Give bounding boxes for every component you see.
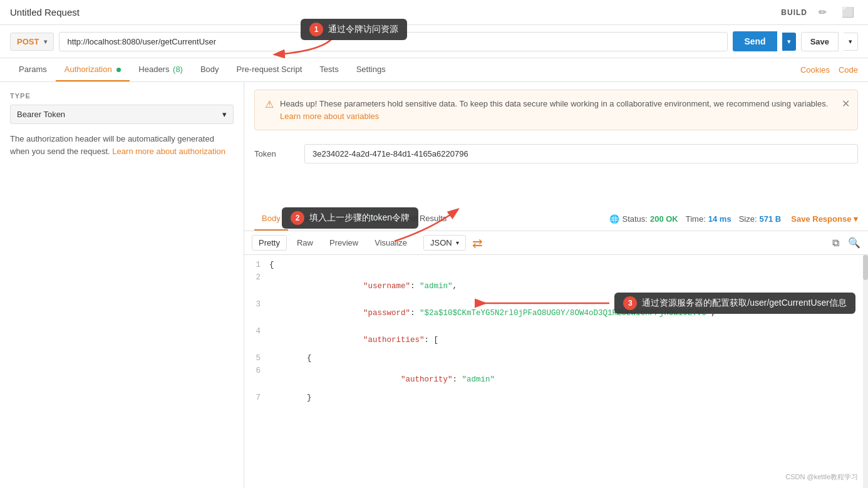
copy-button[interactable]: ⧉ — [832, 237, 839, 249]
format-tab-preview[interactable]: Preview — [323, 236, 364, 250]
scrollbar-thumb[interactable] — [863, 255, 868, 280]
top-bar-right: BUILD ✏ ⬜ — [781, 5, 858, 19]
response-tab-cookies[interactable]: Cookies — [288, 207, 333, 231]
status-value: 200 OK — [650, 214, 678, 224]
globe-icon: 🌐 — [609, 214, 619, 224]
top-bar: Untitled Request BUILD ✏ ⬜ — [0, 0, 868, 25]
code-line-2: 2 "username": "admin", — [244, 273, 868, 299]
wrap-button[interactable]: ⇄ — [472, 236, 483, 251]
alert-text: Heads up! These parameters hold sensitiv… — [280, 98, 847, 122]
response-meta: 🌐 Status: 200 OK Time: 14 ms Size: 571 B… — [609, 214, 858, 224]
format-tab-visualize[interactable]: Visualize — [368, 236, 413, 250]
response-tab-headers[interactable]: Headers (11) — [333, 207, 395, 231]
edit-icon-button[interactable]: ✏ — [815, 5, 830, 19]
code-area: 1 { 2 "username": "admin", 3 — [244, 255, 868, 410]
tab-authorization[interactable]: Authorization — [56, 58, 130, 81]
tab-headers[interactable]: Headers (8) — [130, 58, 192, 81]
token-section: Token 2 填入上一步骤的token令牌 — [244, 138, 868, 170]
code-line-7: 7 } — [244, 393, 868, 405]
format-json-select[interactable]: JSON ▾ — [423, 235, 466, 251]
send-dropdown-button[interactable]: ▾ — [782, 33, 796, 51]
type-select[interactable]: Bearer Token ▾ — [10, 105, 234, 124]
size-value: 571 B — [760, 214, 782, 224]
tabs-right: Cookies Code — [800, 65, 858, 75]
format-tab-raw[interactable]: Raw — [291, 236, 319, 250]
tab-tests[interactable]: Tests — [311, 58, 347, 81]
learn-more-variables-link[interactable]: Learn more about variables — [280, 112, 379, 121]
alert-box: ⚠ Heads up! These parameters hold sensit… — [254, 90, 858, 130]
main-content: TYPE Bearer Token ▾ The authorization he… — [0, 82, 868, 488]
code-line-4: 4 "authorities": [ — [244, 326, 868, 353]
tab-pre-request-script[interactable]: Pre-request Script — [228, 58, 311, 81]
authorization-active-dot — [116, 68, 121, 72]
search-button[interactable]: 🔍 — [848, 237, 860, 249]
code-area-wrapper: 1 { 2 "username": "admin", 3 — [244, 255, 868, 488]
alert-close-button[interactable]: ✕ — [842, 98, 850, 110]
tab-settings[interactable]: Settings — [348, 58, 395, 81]
left-panel: TYPE Bearer Token ▾ The authorization he… — [0, 82, 244, 488]
url-bar: POST ▾ Send ▾ Save ▾ 1 通过令牌访问资源 — [0, 25, 868, 58]
time-value: 14 ms — [708, 214, 731, 224]
send-button[interactable]: Send — [733, 31, 777, 51]
code-link[interactable]: Code — [839, 65, 858, 75]
save-response-button[interactable]: Save Response ▾ — [791, 214, 858, 224]
code-line-6: 6 "authority": "admin" — [244, 366, 868, 393]
response-tab-body[interactable]: Body — [254, 207, 288, 231]
scrollbar-track[interactable] — [863, 255, 868, 488]
save-button[interactable]: Save — [801, 32, 839, 51]
save-icon-button[interactable]: ⬜ — [838, 5, 858, 19]
right-panel: ⚠ Heads up! These parameters hold sensit… — [244, 82, 868, 488]
save-dropdown-button[interactable]: ▾ — [844, 33, 858, 51]
type-chevron-icon: ▾ — [222, 110, 227, 119]
token-row: Token — [244, 138, 868, 170]
token-label: Token — [254, 149, 292, 158]
code-line-3: 3 "password": "$2a$10$CKmTeYG5N2rl0jPFaO… — [244, 299, 868, 326]
type-label: TYPE — [10, 92, 234, 100]
watermark: CSDN @kettle教程学习 — [785, 472, 858, 482]
tab-body[interactable]: Body — [192, 58, 228, 81]
tabs-bar: Params Authorization Headers (8) Body Pr… — [0, 58, 868, 82]
auth-description: The authorization header will be automat… — [10, 133, 234, 157]
response-tab-test-results[interactable]: Test Results — [395, 207, 454, 231]
method-select[interactable]: POST ▾ — [10, 33, 54, 51]
alert-icon: ⚠ — [265, 98, 274, 110]
code-line-5: 5 { — [244, 353, 868, 366]
format-bar: Pretty Raw Preview Visualize JSON ▾ ⇄ ⧉ … — [244, 231, 868, 255]
format-tab-pretty[interactable]: Pretty — [252, 235, 287, 251]
url-input[interactable] — [59, 32, 728, 51]
response-tabs-bar: Body Cookies Headers (11) Test Results 🌐… — [244, 207, 868, 231]
format-chevron-icon: ▾ — [456, 239, 459, 246]
code-line-1: 1 { — [244, 260, 868, 273]
response-section: Body Cookies Headers (11) Test Results 🌐… — [244, 207, 868, 488]
cookies-link[interactable]: Cookies — [800, 65, 830, 75]
tab-params[interactable]: Params — [10, 58, 56, 81]
page-title: Untitled Request — [10, 7, 80, 18]
learn-more-auth-link[interactable]: Learn more about authorization — [112, 147, 225, 156]
token-input[interactable] — [304, 144, 858, 164]
method-chevron-icon: ▾ — [44, 38, 47, 45]
build-label: BUILD — [781, 8, 807, 17]
